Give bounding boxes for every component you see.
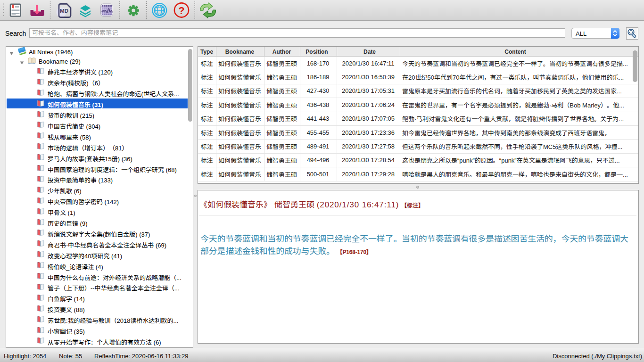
svg-text:?: ? (178, 5, 184, 16)
svg-text:MD: MD (60, 8, 68, 14)
